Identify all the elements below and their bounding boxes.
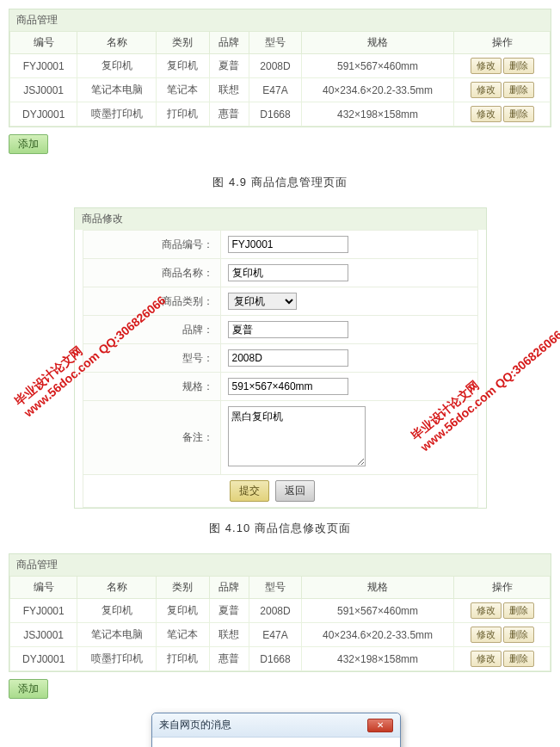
table-row: DYJ0001喷墨打印机打印机惠普D1668432×198×158mm修改删除: [10, 647, 551, 671]
th-spec: 规格: [301, 32, 453, 54]
cell-cat: 打印机: [157, 647, 210, 671]
product-edit-panel: 商品修改 商品编号： 商品名称： 商品类别： 复印机 品牌： 型号： 规格： 备…: [74, 207, 487, 509]
cell-name: 喷墨打印机: [77, 102, 157, 127]
product-manage-panel-1: 商品管理 编号 名称 类别 品牌 型号 规格 操作 FYJ0001复印机复印机夏…: [9, 9, 551, 127]
label-remark: 备注：: [83, 401, 220, 475]
delete-button[interactable]: 删除: [503, 602, 534, 619]
cell-cat: 打印机: [157, 102, 210, 127]
table-row: FYJ0001复印机复印机夏普2008D591×567×460mm修改删除: [10, 599, 551, 623]
label-spec: 规格：: [83, 373, 220, 401]
th-no: 编号: [10, 577, 77, 599]
cell-name: 笔记本电脑: [77, 78, 157, 102]
th-cat: 类别: [157, 32, 210, 54]
cell-no: JSJ0001: [10, 623, 77, 647]
cell-model: E47A: [249, 623, 302, 647]
cell-model: D1668: [249, 647, 302, 671]
cell-brand: 夏普: [209, 599, 249, 623]
table-row: FYJ0001复印机复印机夏普2008D591×567×460mm修改删除: [10, 54, 551, 78]
cell-no: FYJ0001: [10, 54, 77, 78]
cell-spec: 40×234.6×20.2-33.5mm: [301, 623, 453, 647]
cell-spec: 432×198×158mm: [301, 647, 453, 671]
cell-cat: 复印机: [157, 599, 210, 623]
delete-button[interactable]: 删除: [503, 106, 534, 122]
input-name[interactable]: [228, 264, 348, 281]
panel-title: 商品管理: [9, 554, 551, 576]
th-model: 型号: [249, 32, 302, 54]
input-spec[interactable]: [228, 378, 348, 395]
submit-button[interactable]: 提交: [230, 480, 269, 502]
edit-button[interactable]: 修改: [471, 651, 502, 667]
cell-model: E47A: [249, 78, 302, 102]
cell-model: 2008D: [249, 599, 302, 623]
add-button-1[interactable]: 添加: [9, 134, 48, 154]
th-brand: 品牌: [209, 577, 249, 599]
confirm-dialog: 来自网页的消息 ✕ ? 您确定删除吗？ 确定 取消: [151, 713, 401, 747]
cell-op: 修改删除: [454, 647, 551, 671]
label-brand: 品牌：: [83, 316, 220, 344]
th-op: 操作: [454, 577, 551, 599]
cell-name: 喷墨打印机: [77, 647, 157, 671]
cell-spec: 40×234.6×20.2-33.5mm: [301, 78, 453, 102]
cell-no: JSJ0001: [10, 78, 77, 102]
cell-model: 2008D: [249, 54, 302, 78]
product-table-1: 编号 名称 类别 品牌 型号 规格 操作 FYJ0001复印机复印机夏普2008…: [9, 31, 551, 127]
cell-name: 笔记本电脑: [77, 623, 157, 647]
close-icon[interactable]: ✕: [367, 719, 393, 732]
edit-button[interactable]: 修改: [471, 627, 502, 643]
product-table-2: 编号 名称 类别 品牌 型号 规格 操作 FYJ0001复印机复印机夏普2008…: [9, 576, 551, 671]
add-button-2[interactable]: 添加: [9, 679, 48, 699]
edit-button[interactable]: 修改: [471, 82, 502, 98]
delete-button[interactable]: 删除: [503, 82, 534, 98]
table-row: DYJ0001喷墨打印机打印机惠普D1668432×198×158mm修改删除: [10, 102, 551, 127]
back-button[interactable]: 返回: [275, 480, 315, 502]
dialog-title: 来自网页的消息: [159, 718, 231, 732]
cell-cat: 笔记本: [157, 78, 210, 102]
edit-button[interactable]: 修改: [471, 58, 502, 74]
th-no: 编号: [10, 32, 77, 54]
input-model[interactable]: [228, 349, 348, 367]
input-brand[interactable]: [228, 321, 348, 338]
delete-button[interactable]: 删除: [503, 651, 534, 667]
edit-form: 商品编号： 商品名称： 商品类别： 复印机 品牌： 型号： 规格： 备注： 黑白…: [83, 230, 478, 508]
cell-op: 修改删除: [454, 54, 551, 78]
cell-brand: 惠普: [209, 647, 249, 671]
product-manage-panel-2: 商品管理 编号 名称 类别 品牌 型号 规格 操作 FYJ0001复印机复印机夏…: [9, 553, 551, 672]
cell-no: DYJ0001: [10, 102, 77, 127]
cell-no: FYJ0001: [10, 599, 77, 623]
edit-button[interactable]: 修改: [471, 106, 502, 122]
cell-spec: 432×198×158mm: [301, 102, 453, 127]
input-no[interactable]: [228, 236, 348, 253]
table-row: JSJ0001笔记本电脑笔记本联想E47A40×234.6×20.2-33.5m…: [10, 623, 551, 647]
label-name: 商品名称：: [83, 259, 220, 287]
caption-4-10: 图 4.10 商品信息修改页面: [9, 521, 551, 536]
label-cat: 商品类别：: [83, 287, 220, 316]
edit-button[interactable]: 修改: [471, 602, 502, 619]
panel-title: 商品修改: [75, 208, 486, 230]
delete-button[interactable]: 删除: [503, 58, 534, 74]
cell-op: 修改删除: [454, 102, 551, 127]
label-model: 型号：: [83, 344, 220, 373]
cell-brand: 夏普: [209, 54, 249, 78]
cell-op: 修改删除: [454, 623, 551, 647]
cell-cat: 复印机: [157, 54, 210, 78]
cell-model: D1668: [249, 102, 302, 127]
cell-spec: 591×567×460mm: [301, 54, 453, 78]
th-op: 操作: [454, 32, 551, 54]
caption-4-9: 图 4.9 商品信息管理页面: [9, 175, 551, 190]
th-cat: 类别: [157, 577, 210, 599]
select-cat[interactable]: 复印机: [228, 293, 297, 310]
th-model: 型号: [249, 577, 302, 599]
delete-button[interactable]: 删除: [503, 627, 534, 643]
cell-cat: 笔记本: [157, 623, 210, 647]
cell-brand: 联想: [209, 78, 249, 102]
cell-op: 修改删除: [454, 599, 551, 623]
cell-no: DYJ0001: [10, 647, 77, 671]
panel-title: 商品管理: [9, 9, 551, 31]
th-name: 名称: [77, 32, 157, 54]
confirm-dialog-wrap: 来自网页的消息 ✕ ? 您确定删除吗？ 确定 取消: [151, 713, 409, 747]
cell-op: 修改删除: [454, 78, 551, 102]
textarea-remark[interactable]: 黑白复印机: [228, 406, 366, 466]
cell-spec: 591×567×460mm: [301, 599, 453, 623]
cell-name: 复印机: [77, 599, 157, 623]
th-brand: 品牌: [209, 32, 249, 54]
